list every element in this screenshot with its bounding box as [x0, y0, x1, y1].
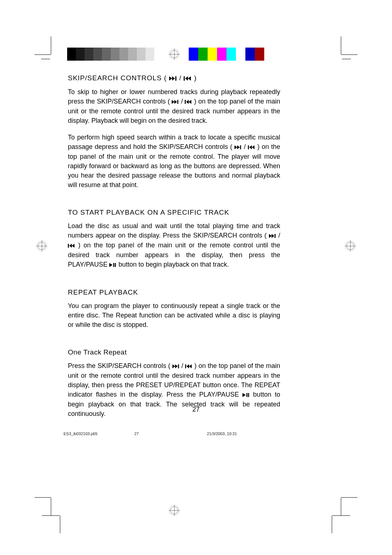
svg-marker-5 — [188, 76, 191, 81]
svg-marker-16 — [249, 145, 252, 149]
calibration-swatch — [102, 48, 111, 61]
svg-rect-8 — [177, 100, 179, 104]
calibration-swatch — [85, 48, 93, 61]
next-track-icon — [172, 361, 180, 371]
prev-track-icon — [185, 361, 192, 371]
body-paragraph: You can program the player to continuous… — [68, 301, 280, 329]
section-heading-start-track: TO START PLAYBACK ON A SPECIFIC TRACK — [68, 208, 280, 216]
svg-rect-21 — [68, 244, 69, 248]
prev-track-icon — [68, 241, 75, 250]
color-calibration-bar — [189, 48, 264, 61]
svg-marker-6 — [172, 100, 174, 104]
footer-page: 27 — [134, 432, 139, 436]
next-track-icon — [172, 97, 179, 106]
calibration-swatch — [67, 48, 76, 61]
crop-mark — [60, 516, 60, 533]
svg-rect-14 — [240, 145, 241, 149]
crop-mark — [341, 36, 341, 54]
svg-marker-10 — [186, 100, 189, 104]
play-pause-icon — [109, 260, 117, 270]
heading-text: ) — [194, 74, 197, 82]
svg-marker-4 — [185, 76, 188, 81]
svg-marker-17 — [252, 145, 254, 149]
crop-mark — [341, 54, 358, 55]
calibration-swatch — [217, 48, 226, 61]
svg-marker-23 — [72, 244, 74, 248]
crop-mark — [51, 498, 51, 516]
crop-mark — [332, 515, 350, 516]
heading-text: / — [179, 74, 184, 82]
calibration-swatch — [226, 48, 236, 61]
calibration-swatch — [119, 48, 128, 61]
svg-marker-24 — [109, 263, 113, 267]
svg-rect-15 — [248, 145, 249, 149]
crop-mark — [41, 59, 50, 59]
svg-rect-29 — [178, 364, 179, 368]
svg-rect-3 — [184, 76, 185, 81]
calibration-swatch — [76, 48, 85, 61]
crop-mark — [341, 498, 341, 516]
calibration-swatch — [137, 48, 146, 61]
svg-rect-35 — [248, 393, 249, 397]
prev-track-icon — [185, 97, 192, 106]
heading-text: SKIP/SEARCH CONTROLS ( — [68, 74, 167, 82]
svg-marker-28 — [175, 364, 177, 368]
page-number: 27 — [0, 406, 392, 413]
page-content: SKIP/SEARCH CONTROLS ( / ) To skip to hi… — [68, 74, 280, 426]
svg-marker-32 — [189, 364, 192, 368]
calibration-swatch — [93, 48, 102, 61]
calibration-swatch — [111, 48, 119, 61]
crop-mark — [51, 36, 51, 54]
registration-target-icon — [345, 240, 356, 251]
calibration-swatch — [146, 48, 154, 61]
body-paragraph: Load the disc as usual and wait until th… — [68, 221, 280, 270]
svg-marker-13 — [237, 145, 240, 149]
svg-marker-0 — [169, 76, 172, 81]
crop-mark — [341, 497, 358, 498]
next-track-icon — [269, 231, 276, 240]
svg-rect-25 — [113, 263, 114, 267]
prev-track-icon — [184, 74, 192, 82]
svg-rect-34 — [246, 393, 248, 397]
svg-rect-30 — [185, 364, 186, 368]
svg-marker-18 — [269, 234, 271, 238]
next-track-icon — [234, 142, 242, 152]
section-heading-skip-search: SKIP/SEARCH CONTROLS ( / ) — [68, 74, 280, 82]
svg-rect-2 — [175, 76, 176, 81]
registration-target-icon — [36, 240, 47, 251]
svg-marker-33 — [242, 393, 246, 397]
svg-marker-22 — [69, 244, 72, 248]
play-pause-icon — [242, 390, 250, 400]
prev-track-icon — [248, 142, 255, 152]
svg-rect-26 — [115, 263, 116, 267]
svg-marker-19 — [271, 234, 274, 238]
subsection-heading-one-track: One Track Repeat — [68, 348, 280, 356]
calibration-swatch — [198, 48, 208, 61]
footer-filename: ES3_ib032103.p65 — [64, 432, 98, 436]
footer-date: 21/3/2003, 10:31 — [207, 432, 237, 436]
svg-marker-11 — [189, 100, 191, 104]
body-paragraph: To perform high speed search within a tr… — [68, 133, 280, 190]
svg-rect-9 — [185, 100, 186, 104]
calibration-swatch — [245, 48, 255, 61]
section-heading-repeat: REPEAT PLAYBACK — [68, 288, 280, 296]
calibration-swatch — [189, 48, 198, 61]
crop-mark — [332, 516, 332, 533]
grayscale-calibration-bar — [67, 48, 154, 61]
svg-rect-20 — [274, 234, 275, 238]
calibration-swatch — [208, 48, 217, 61]
calibration-swatch — [236, 48, 245, 61]
next-track-icon — [169, 74, 177, 82]
crop-mark — [342, 59, 351, 59]
svg-marker-7 — [175, 100, 177, 104]
calibration-swatch — [128, 48, 137, 61]
svg-marker-12 — [234, 145, 237, 149]
svg-marker-27 — [172, 364, 175, 368]
registration-target-icon — [169, 49, 180, 60]
svg-marker-31 — [187, 364, 189, 368]
registration-target-icon — [169, 505, 180, 516]
calibration-swatch — [255, 48, 264, 61]
crop-mark — [34, 54, 51, 55]
svg-marker-1 — [172, 76, 175, 81]
crop-mark — [34, 497, 51, 498]
